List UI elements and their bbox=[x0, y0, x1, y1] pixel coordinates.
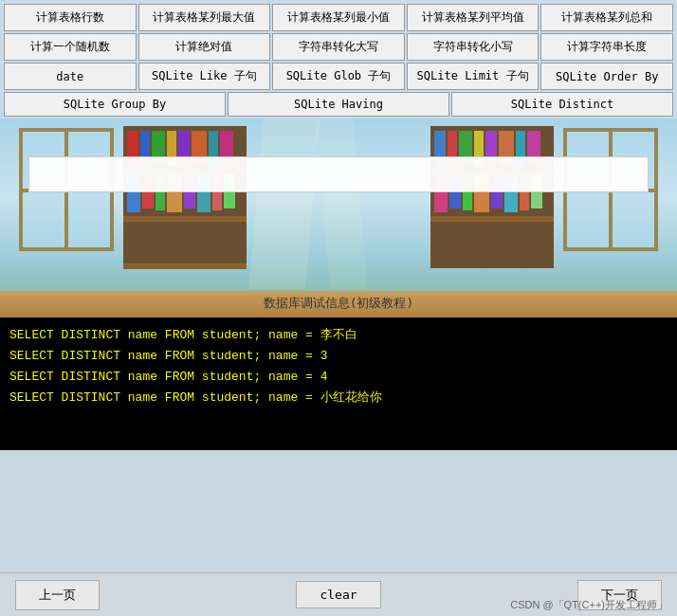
console-line-1: SELECT DISTINCT name FROM student; name … bbox=[9, 325, 668, 346]
sql-input[interactable] bbox=[29, 157, 648, 191]
btn-row-4: SQLite Group By SQLite Having SQLite Dis… bbox=[4, 92, 673, 117]
sqlite-groupby-button[interactable]: SQLite Group By bbox=[4, 92, 226, 117]
btn-row-1: 计算表格行数 计算表格某列最大值 计算表格某列最小值 计算表格某列平均值 计算表… bbox=[4, 4, 673, 31]
sqlite-like-button[interactable]: SQLite Like 子句 bbox=[138, 63, 271, 90]
sqlite-limit-button[interactable]: SQLite Limit 子句 bbox=[407, 63, 540, 90]
clear-button[interactable]: clear bbox=[296, 581, 380, 608]
str-lower-button[interactable]: 字符串转化小写 bbox=[407, 33, 540, 61]
calc-max-button[interactable]: 计算表格某列最大值 bbox=[138, 4, 271, 31]
btn-row-3: date SQLite Like 子句 SQLite Glob 子句 SQLit… bbox=[4, 63, 673, 90]
button-grid: 计算表格行数 计算表格某列最大值 计算表格某列最小值 计算表格某列平均值 计算表… bbox=[0, 0, 677, 118]
calc-avg-button[interactable]: 计算表格某列平均值 bbox=[407, 4, 540, 31]
sqlite-having-button[interactable]: SQLite Having bbox=[228, 92, 449, 117]
calc-rows-button[interactable]: 计算表格行数 bbox=[4, 4, 137, 31]
console-area: SELECT DISTINCT name FROM student; name … bbox=[0, 317, 677, 450]
sqlite-distinct-button[interactable]: SQLite Distinct bbox=[451, 92, 673, 117]
input-overlay bbox=[28, 156, 649, 192]
btn-row-2: 计算一个随机数 计算绝对值 字符串转化大写 字符串转化小写 计算字符串长度 bbox=[4, 33, 673, 61]
str-upper-button[interactable]: 字符串转化大写 bbox=[272, 33, 405, 61]
calc-strlen-button[interactable]: 计算字符串长度 bbox=[540, 33, 673, 61]
sqlite-glob-button[interactable]: SQLite Glob 子句 bbox=[272, 63, 405, 90]
calc-sum-button[interactable]: 计算表格某列总和 bbox=[540, 4, 673, 31]
calc-random-button[interactable]: 计算一个随机数 bbox=[4, 33, 137, 61]
calc-abs-button[interactable]: 计算绝对值 bbox=[138, 33, 271, 61]
calc-min-button[interactable]: 计算表格某列最小值 bbox=[272, 4, 405, 31]
sqlite-orderby-button[interactable]: SQLite Order By bbox=[540, 63, 673, 90]
console-line-4: SELECT DISTINCT name FROM student; name … bbox=[9, 388, 668, 408]
prev-page-button[interactable]: 上一页 bbox=[15, 580, 100, 610]
scene-area: 数据库调试信息(初级教程) bbox=[0, 118, 677, 317]
watermark: CSDN @「QT(C++)开发工程师」 bbox=[510, 598, 668, 612]
date-button[interactable]: date bbox=[4, 63, 137, 90]
console-line-3: SELECT DISTINCT name FROM student; name … bbox=[9, 367, 668, 388]
db-label: 数据库调试信息(初级教程) bbox=[0, 295, 677, 312]
console-line-2: SELECT DISTINCT name FROM student; name … bbox=[9, 346, 668, 367]
